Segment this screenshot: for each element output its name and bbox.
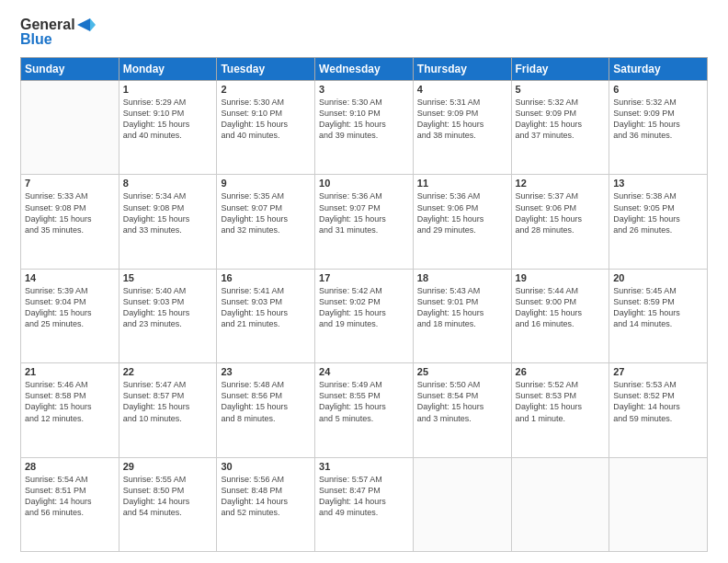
svg-marker-1 [90, 18, 96, 31]
week-row-4: 21Sunrise: 5:46 AM Sunset: 8:58 PM Dayli… [21, 363, 708, 457]
day-cell-15: 15Sunrise: 5:40 AM Sunset: 9:03 PM Dayli… [119, 269, 217, 362]
day-cell-11: 11Sunrise: 5:36 AM Sunset: 9:06 PM Dayli… [413, 175, 511, 269]
day-info: Sunrise: 5:41 AM Sunset: 9:03 PM Dayligh… [221, 285, 311, 330]
day-number: 21 [25, 366, 115, 377]
day-cell-23: 23Sunrise: 5:48 AM Sunset: 8:56 PM Dayli… [217, 363, 315, 457]
day-cell-31: 31Sunrise: 5:57 AM Sunset: 8:47 PM Dayli… [315, 457, 414, 551]
day-cell-20: 20Sunrise: 5:45 AM Sunset: 8:59 PM Dayli… [609, 269, 708, 362]
day-cell-30: 30Sunrise: 5:56 AM Sunset: 8:48 PM Dayli… [217, 457, 315, 551]
day-cell-3: 3Sunrise: 5:30 AM Sunset: 9:10 PM Daylig… [315, 81, 414, 175]
day-info: Sunrise: 5:42 AM Sunset: 9:02 PM Dayligh… [319, 285, 409, 330]
day-info: Sunrise: 5:32 AM Sunset: 9:09 PM Dayligh… [516, 97, 606, 142]
day-number: 20 [613, 272, 703, 283]
day-number: 17 [319, 272, 409, 283]
week-row-3: 14Sunrise: 5:39 AM Sunset: 9:04 PM Dayli… [21, 269, 708, 362]
day-info: Sunrise: 5:40 AM Sunset: 9:03 PM Dayligh… [123, 285, 213, 330]
day-number: 16 [221, 272, 311, 283]
day-number: 5 [516, 84, 606, 95]
day-number: 8 [123, 178, 213, 189]
day-info: Sunrise: 5:54 AM Sunset: 8:51 PM Dayligh… [25, 474, 115, 519]
day-info: Sunrise: 5:50 AM Sunset: 8:54 PM Dayligh… [417, 379, 507, 424]
day-cell-27: 27Sunrise: 5:53 AM Sunset: 8:52 PM Dayli… [609, 363, 708, 457]
svg-marker-0 [77, 18, 90, 31]
day-number: 25 [417, 366, 507, 377]
day-info: Sunrise: 5:39 AM Sunset: 9:04 PM Dayligh… [25, 285, 115, 330]
calendar: SundayMondayTuesdayWednesdayThursdayFrid… [20, 57, 708, 552]
day-info: Sunrise: 5:44 AM Sunset: 9:00 PM Dayligh… [516, 285, 606, 330]
day-info: Sunrise: 5:55 AM Sunset: 8:50 PM Dayligh… [123, 474, 213, 519]
day-cell-21: 21Sunrise: 5:46 AM Sunset: 8:58 PM Dayli… [21, 363, 119, 457]
weekday-monday: Monday [119, 58, 217, 81]
day-number: 31 [319, 461, 409, 472]
weekday-wednesday: Wednesday [315, 58, 414, 81]
day-number: 7 [25, 178, 115, 189]
day-number: 19 [516, 272, 606, 283]
logo: General Blue [20, 17, 96, 48]
day-info: Sunrise: 5:34 AM Sunset: 9:08 PM Dayligh… [123, 190, 213, 236]
empty-cell [609, 457, 708, 551]
weekday-sunday: Sunday [21, 58, 119, 81]
day-cell-6: 6Sunrise: 5:32 AM Sunset: 9:09 PM Daylig… [609, 81, 708, 175]
day-cell-22: 22Sunrise: 5:47 AM Sunset: 8:57 PM Dayli… [119, 363, 217, 457]
day-info: Sunrise: 5:45 AM Sunset: 8:59 PM Dayligh… [613, 285, 703, 330]
day-number: 9 [221, 178, 311, 189]
day-info: Sunrise: 5:38 AM Sunset: 9:05 PM Dayligh… [613, 190, 703, 236]
day-number: 12 [516, 178, 606, 189]
logo-blue: Blue [20, 31, 52, 48]
day-number: 22 [123, 366, 213, 377]
day-info: Sunrise: 5:49 AM Sunset: 8:55 PM Dayligh… [319, 379, 409, 424]
day-number: 24 [319, 366, 409, 377]
day-cell-7: 7Sunrise: 5:33 AM Sunset: 9:08 PM Daylig… [21, 175, 119, 269]
empty-cell [413, 457, 511, 551]
day-info: Sunrise: 5:37 AM Sunset: 9:06 PM Dayligh… [516, 190, 606, 236]
day-number: 6 [613, 84, 703, 95]
day-info: Sunrise: 5:36 AM Sunset: 9:06 PM Dayligh… [417, 190, 507, 236]
day-cell-1: 1Sunrise: 5:29 AM Sunset: 9:10 PM Daylig… [119, 81, 217, 175]
day-info: Sunrise: 5:29 AM Sunset: 9:10 PM Dayligh… [123, 97, 213, 142]
day-info: Sunrise: 5:30 AM Sunset: 9:10 PM Dayligh… [221, 97, 311, 142]
day-number: 29 [123, 461, 213, 472]
day-cell-13: 13Sunrise: 5:38 AM Sunset: 9:05 PM Dayli… [609, 175, 708, 269]
day-cell-14: 14Sunrise: 5:39 AM Sunset: 9:04 PM Dayli… [21, 269, 119, 362]
day-info: Sunrise: 5:35 AM Sunset: 9:07 PM Dayligh… [221, 190, 311, 236]
day-info: Sunrise: 5:57 AM Sunset: 8:47 PM Dayligh… [319, 474, 409, 519]
day-cell-9: 9Sunrise: 5:35 AM Sunset: 9:07 PM Daylig… [217, 175, 315, 269]
day-cell-24: 24Sunrise: 5:49 AM Sunset: 8:55 PM Dayli… [315, 363, 414, 457]
weekday-header-row: SundayMondayTuesdayWednesdayThursdayFrid… [21, 58, 708, 81]
day-number: 1 [123, 84, 213, 95]
day-number: 26 [516, 366, 606, 377]
week-row-5: 28Sunrise: 5:54 AM Sunset: 8:51 PM Dayli… [21, 457, 708, 551]
day-cell-19: 19Sunrise: 5:44 AM Sunset: 9:00 PM Dayli… [511, 269, 609, 362]
day-info: Sunrise: 5:43 AM Sunset: 9:01 PM Dayligh… [417, 285, 507, 330]
day-number: 27 [613, 366, 703, 377]
day-cell-17: 17Sunrise: 5:42 AM Sunset: 9:02 PM Dayli… [315, 269, 414, 362]
day-info: Sunrise: 5:46 AM Sunset: 8:58 PM Dayligh… [25, 379, 115, 424]
day-info: Sunrise: 5:52 AM Sunset: 8:53 PM Dayligh… [516, 379, 606, 424]
day-number: 4 [417, 84, 507, 95]
day-number: 11 [417, 178, 507, 189]
day-cell-25: 25Sunrise: 5:50 AM Sunset: 8:54 PM Dayli… [413, 363, 511, 457]
day-cell-26: 26Sunrise: 5:52 AM Sunset: 8:53 PM Dayli… [511, 363, 609, 457]
day-info: Sunrise: 5:47 AM Sunset: 8:57 PM Dayligh… [123, 379, 213, 424]
day-info: Sunrise: 5:31 AM Sunset: 9:09 PM Dayligh… [417, 97, 507, 142]
day-info: Sunrise: 5:48 AM Sunset: 8:56 PM Dayligh… [221, 379, 311, 424]
day-number: 14 [25, 272, 115, 283]
weekday-thursday: Thursday [413, 58, 511, 81]
day-number: 28 [25, 461, 115, 472]
day-cell-18: 18Sunrise: 5:43 AM Sunset: 9:01 PM Dayli… [413, 269, 511, 362]
day-cell-10: 10Sunrise: 5:36 AM Sunset: 9:07 PM Dayli… [315, 175, 414, 269]
day-cell-8: 8Sunrise: 5:34 AM Sunset: 9:08 PM Daylig… [119, 175, 217, 269]
day-cell-5: 5Sunrise: 5:32 AM Sunset: 9:09 PM Daylig… [511, 81, 609, 175]
weekday-tuesday: Tuesday [217, 58, 315, 81]
weekday-friday: Friday [511, 58, 609, 81]
day-info: Sunrise: 5:30 AM Sunset: 9:10 PM Dayligh… [319, 97, 409, 142]
day-number: 18 [417, 272, 507, 283]
day-info: Sunrise: 5:32 AM Sunset: 9:09 PM Dayligh… [613, 97, 703, 142]
day-info: Sunrise: 5:33 AM Sunset: 9:08 PM Dayligh… [25, 190, 115, 236]
day-cell-28: 28Sunrise: 5:54 AM Sunset: 8:51 PM Dayli… [21, 457, 119, 551]
day-number: 15 [123, 272, 213, 283]
day-info: Sunrise: 5:53 AM Sunset: 8:52 PM Dayligh… [613, 379, 703, 424]
day-info: Sunrise: 5:56 AM Sunset: 8:48 PM Dayligh… [221, 474, 311, 519]
day-number: 30 [221, 461, 311, 472]
day-cell-2: 2Sunrise: 5:30 AM Sunset: 9:10 PM Daylig… [217, 81, 315, 175]
